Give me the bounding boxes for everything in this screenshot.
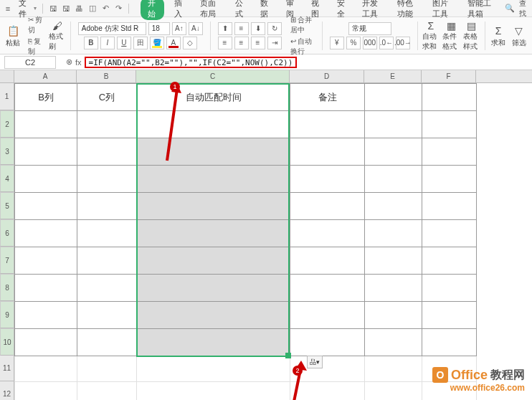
- font-size-select[interactable]: 18: [148, 22, 170, 35]
- font-color-button[interactable]: A: [166, 37, 181, 49]
- col-header-f[interactable]: F: [422, 70, 476, 82]
- name-box[interactable]: C2: [4, 56, 56, 69]
- wrap-button[interactable]: ↩ 自动换行: [290, 37, 315, 57]
- tab-data[interactable]: 数据: [255, 0, 275, 19]
- merge-button[interactable]: ⊞ 合并居中: [290, 15, 315, 35]
- ribbon: 📋 粘贴 ✂ 剪切 ⎘ 复制 🖌 格式刷 Adobe 仿宋 Std R 18 A…: [0, 17, 532, 54]
- align-center-button[interactable]: ≡: [234, 37, 249, 49]
- row-header-3[interactable]: 3: [0, 138, 14, 165]
- align-left-button[interactable]: ≡: [218, 37, 232, 49]
- app-menu-icon[interactable]: ≡: [4, 3, 11, 14]
- align-bottom-button[interactable]: ⬇: [251, 22, 265, 35]
- paste-button[interactable]: 📋 粘贴: [4, 20, 22, 52]
- cell-d1[interactable]: 备注: [290, 84, 365, 111]
- cell-c2[interactable]: [137, 111, 290, 138]
- align-right-button[interactable]: ≡: [251, 37, 265, 49]
- percent-button[interactable]: %: [346, 37, 361, 49]
- formula-input[interactable]: =IF(AND(A2="",B2=""),"",IF(C2="",NOW(),C…: [85, 57, 298, 68]
- sum-button[interactable]: Σ求和: [490, 20, 508, 52]
- autosum-button[interactable]: Σ自动求和: [422, 20, 440, 52]
- cond-format-button[interactable]: ▦条件格式: [442, 20, 460, 52]
- tab-security[interactable]: 安全: [331, 0, 352, 19]
- row-header-1[interactable]: 1: [0, 83, 14, 110]
- table-row: [15, 138, 477, 166]
- redo-icon[interactable]: ↷: [114, 2, 123, 15]
- cell-e1[interactable]: [365, 84, 422, 111]
- table-row: [15, 275, 477, 302]
- tab-home[interactable]: 开始: [141, 0, 164, 20]
- orientation-button[interactable]: ↻: [267, 22, 282, 35]
- col-header-c[interactable]: C: [136, 70, 290, 82]
- row-header-8[interactable]: 8: [0, 274, 14, 301]
- table-row: B列 C列 自动匹配时间 备注: [15, 84, 477, 111]
- col-header-d[interactable]: D: [290, 70, 364, 82]
- table-row: [15, 247, 477, 275]
- separator: [417, 22, 418, 50]
- row-header-6[interactable]: 6: [0, 219, 14, 247]
- tab-dev[interactable]: 开发工具: [356, 0, 387, 19]
- search-label[interactable]: 查找: [519, 0, 528, 19]
- tab-insert[interactable]: 插入: [168, 0, 189, 19]
- cell[interactable]: [15, 111, 77, 138]
- col-header-a[interactable]: A: [14, 70, 77, 82]
- border-button[interactable]: 田: [133, 37, 148, 49]
- italic-button[interactable]: I: [100, 37, 115, 49]
- select-all-corner[interactable]: [0, 70, 14, 82]
- tab-pic[interactable]: 图片工具: [427, 0, 457, 19]
- copy-button[interactable]: ⎘ 复制: [28, 37, 43, 57]
- col-header-e[interactable]: E: [364, 70, 422, 82]
- indent-button[interactable]: ⇥: [267, 37, 282, 49]
- bold-button[interactable]: B: [84, 37, 98, 49]
- fx-label[interactable]: fx: [75, 58, 82, 67]
- tab-smart[interactable]: 智能工具箱: [462, 0, 498, 19]
- font-name-select[interactable]: Adobe 仿宋 Std R: [78, 22, 146, 35]
- row-header-5[interactable]: 5: [0, 192, 14, 219]
- print-preview-icon[interactable]: ◫: [88, 2, 97, 15]
- align-middle-button[interactable]: ≡: [234, 22, 249, 35]
- save-icon[interactable]: 🖫: [49, 2, 57, 15]
- undo-icon[interactable]: ↶: [101, 2, 110, 15]
- autofill-options-button[interactable]: 品▾: [307, 356, 323, 368]
- search-icon[interactable]: 🔍: [505, 2, 515, 15]
- inc-decimal-button[interactable]: .0←: [379, 37, 394, 49]
- table-row: [15, 111, 477, 138]
- filter-button[interactable]: ▽筛选: [510, 20, 528, 52]
- cell-b1[interactable]: C列: [77, 84, 137, 111]
- tab-layout[interactable]: 页面布局: [194, 0, 225, 19]
- chevron-down-icon[interactable]: ▾: [34, 5, 37, 11]
- dec-decimal-button[interactable]: .00→: [396, 37, 410, 49]
- print-icon[interactable]: 🖶: [75, 2, 83, 15]
- underline-button[interactable]: U: [117, 37, 131, 49]
- cut-button[interactable]: ✂ 剪切: [28, 15, 43, 35]
- cell[interactable]: [77, 111, 137, 138]
- fill-handle[interactable]: [285, 353, 291, 358]
- row-header-10[interactable]: 10: [0, 328, 14, 356]
- row-header-12[interactable]: 12: [0, 381, 14, 400]
- decrease-font-button[interactable]: A↓: [189, 22, 203, 35]
- number-format-select[interactable]: 常规: [348, 22, 391, 35]
- increase-font-button[interactable]: A↑: [172, 22, 186, 35]
- col-header-b[interactable]: B: [77, 70, 136, 82]
- row-header-11[interactable]: 11: [0, 356, 14, 381]
- tab-formula[interactable]: 公式: [229, 0, 250, 19]
- tab-special[interactable]: 特色功能: [391, 0, 422, 19]
- clipboard-group: ✂ 剪切 ⎘ 复制: [25, 19, 46, 52]
- cell[interactable]: [290, 111, 365, 138]
- row-header-9[interactable]: 9: [0, 301, 14, 328]
- fill-color-button[interactable]: 🪣: [150, 37, 164, 49]
- row-header-2[interactable]: 2: [0, 110, 14, 138]
- align-top-button[interactable]: ⬆: [218, 22, 232, 35]
- cells-area[interactable]: B列 C列 自动匹配时间 备注: [14, 83, 477, 400]
- clear-format-button[interactable]: ◇: [183, 37, 197, 49]
- comma-button[interactable]: 000: [363, 37, 377, 49]
- format-painter-button[interactable]: 🖌 格式刷: [49, 20, 67, 52]
- cancel-icon[interactable]: ⊗: [66, 57, 72, 67]
- table-style-button[interactable]: ▤表格样式: [463, 20, 481, 52]
- save-as-icon[interactable]: 🖫: [62, 2, 70, 15]
- cell-a1[interactable]: B列: [15, 84, 77, 111]
- cell-c1[interactable]: 自动匹配时间: [137, 84, 290, 111]
- row-header-4[interactable]: 4: [0, 165, 14, 192]
- cell-f1[interactable]: [422, 84, 477, 111]
- currency-button[interactable]: ¥: [330, 37, 344, 49]
- row-header-7[interactable]: 7: [0, 247, 14, 274]
